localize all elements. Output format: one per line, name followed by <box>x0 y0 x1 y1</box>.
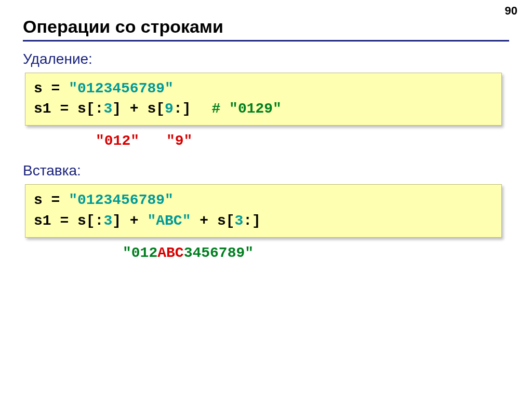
code-string: "0123456789" <box>69 192 174 208</box>
hint-insertion: "012ABC3456789" <box>23 245 509 261</box>
code-comment: # "0129" <box>211 101 281 117</box>
code-line: s1 = s[:3] + "ABC" + s[3:] <box>34 211 493 231</box>
hint-deletion: "012""9" <box>23 133 509 149</box>
code-box-insertion: s = "0123456789" s1 = s[:3] + "ABC" + s[… <box>25 184 502 237</box>
section-label-insertion: Вставка: <box>23 162 509 179</box>
code-var: s = <box>34 192 69 208</box>
hint-pre: "012 <box>123 245 157 261</box>
code-box-deletion: s = "0123456789" s1 = s[:3] + s[9:]# "01… <box>25 73 502 126</box>
code-number: 3 <box>234 213 243 229</box>
hint-post: 3456789" <box>184 245 254 261</box>
code-text: :] <box>174 101 191 117</box>
section-label-deletion: Удаление: <box>23 51 509 67</box>
code-line: s1 = s[:3] + s[9:]# "0129" <box>34 99 493 119</box>
page-title: Операции со строками <box>23 17 509 37</box>
hint-part: "9" <box>166 133 192 149</box>
hint-mid: ABC <box>157 245 183 261</box>
code-string: "0123456789" <box>69 80 174 97</box>
code-number: 9 <box>165 101 174 117</box>
code-text: :] <box>243 213 261 229</box>
code-text: ] + <box>112 213 147 229</box>
code-var: s = <box>34 80 69 97</box>
code-line: s = "0123456789" <box>34 190 493 210</box>
code-text: s1 = s[: <box>34 213 103 229</box>
code-text: + s[ <box>191 213 234 229</box>
code-text: s1 = s[: <box>34 101 103 117</box>
hint-part: "012" <box>96 133 139 149</box>
code-string: "ABC" <box>147 213 191 229</box>
code-number: 3 <box>103 213 112 229</box>
page-number: 90 <box>505 4 517 18</box>
code-number: 3 <box>103 101 112 117</box>
code-line: s = "0123456789" <box>34 78 493 99</box>
title-divider <box>23 40 509 42</box>
code-text: ] + s[ <box>112 101 165 117</box>
